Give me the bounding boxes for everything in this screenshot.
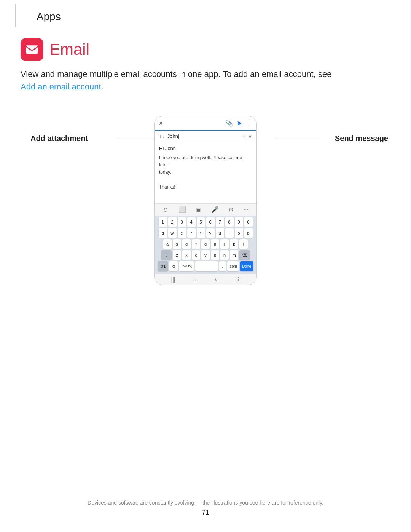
to-field: To John + ∨ — [155, 131, 256, 142]
close-icon[interactable]: × — [159, 120, 162, 127]
key-z[interactable]: z — [173, 250, 181, 260]
keyboard-zxcv-row: ⇧ z x c v b n m ⌫ — [155, 250, 256, 260]
key-x[interactable]: x — [182, 250, 191, 260]
backspace-key[interactable]: ⌫ — [239, 250, 250, 260]
period-key[interactable]: . — [219, 261, 226, 271]
key-d[interactable]: d — [182, 239, 191, 249]
key-k[interactable]: k — [230, 239, 238, 249]
keyboard-number-row: 1 2 3 4 5 6 7 8 9 0 — [155, 217, 256, 227]
app-description: View and manage multiple email accounts … — [21, 68, 390, 93]
microphone-icon[interactable]: 🎤 — [211, 206, 219, 213]
key-2[interactable]: 2 — [168, 217, 177, 227]
app-icon — [21, 38, 43, 61]
settings-icon[interactable]: ⚙ — [228, 206, 234, 213]
key-c[interactable]: c — [192, 250, 200, 260]
at-key[interactable]: @ — [169, 261, 178, 271]
add-recipient-icon[interactable]: + — [242, 133, 246, 140]
app-icon-title-row: Email — [21, 38, 390, 61]
phone-mockup: × 📎 ➤ ⋮ To John + ∨ Hi John I hope you a… — [154, 116, 257, 285]
key-h[interactable]: h — [211, 239, 219, 249]
page-header: Apps — [15, 4, 411, 27]
menu-nav-icon[interactable]: ⠿ — [236, 276, 240, 283]
compose-header-icons: 📎 ➤ ⋮ — [225, 119, 252, 127]
key-v[interactable]: v — [201, 250, 210, 260]
keyboard: 1 2 3 4 5 6 7 8 9 0 q w e r t y u i — [155, 216, 256, 274]
keyboard-bottom-row: !#1 @ EN(US) . .com Done — [155, 261, 256, 271]
key-1[interactable]: 1 — [159, 217, 167, 227]
key-8[interactable]: 8 — [225, 217, 234, 227]
symbols-key[interactable]: !#1 — [158, 261, 168, 271]
email-body: Hi John I hope you are doing well. Pleas… — [155, 142, 256, 203]
diagram-area: Add attachment Send message × 📎 ➤ ⋮ To J… — [0, 108, 411, 352]
shift-key[interactable]: ⇧ — [161, 250, 172, 260]
sticker-icon[interactable]: ⬜ — [178, 206, 186, 213]
email-content: I hope you are doing well. Please call m… — [159, 154, 252, 191]
keyboard-qwerty-row: q w e r t y u i o p — [155, 228, 256, 238]
svg-rect-0 — [26, 45, 38, 54]
compose-header: × 📎 ➤ ⋮ — [155, 116, 256, 131]
key-m[interactable]: m — [230, 250, 238, 260]
send-message-label: Send message — [335, 134, 388, 143]
to-label: To — [159, 134, 164, 139]
send-message-line — [276, 139, 322, 139]
key-y[interactable]: y — [206, 228, 215, 238]
more-icon[interactable]: ⋮ — [246, 120, 252, 127]
done-key[interactable]: Done — [240, 261, 253, 271]
page-title: Apps — [37, 11, 61, 22]
key-n[interactable]: n — [220, 250, 229, 260]
key-3[interactable]: 3 — [178, 217, 186, 227]
footer-note: Devices and software are constantly evol… — [0, 500, 411, 506]
page-footer: Devices and software are constantly evol… — [0, 500, 411, 517]
email-subject: Hi John — [159, 145, 252, 151]
dotcom-key[interactable]: .com — [227, 261, 239, 271]
key-j[interactable]: j — [220, 239, 229, 249]
emoji-icon[interactable]: ☺ — [162, 206, 169, 213]
key-o[interactable]: o — [235, 228, 243, 238]
key-a[interactable]: a — [163, 239, 172, 249]
key-r[interactable]: r — [187, 228, 196, 238]
key-7[interactable]: 7 — [216, 217, 224, 227]
to-value: John — [167, 133, 239, 139]
key-6[interactable]: 6 — [206, 217, 215, 227]
recents-nav-icon[interactable]: ∨ — [214, 276, 218, 283]
key-g[interactable]: g — [201, 239, 210, 249]
key-f[interactable]: f — [192, 239, 200, 249]
key-q[interactable]: q — [159, 228, 167, 238]
clipboard-icon[interactable]: ▣ — [196, 206, 201, 213]
add-attachment-label: Add attachment — [30, 134, 88, 143]
key-w[interactable]: w — [168, 228, 177, 238]
key-5[interactable]: 5 — [197, 217, 205, 227]
footer-page-number: 71 — [0, 509, 411, 517]
key-e[interactable]: e — [178, 228, 186, 238]
to-actions: + ∨ — [242, 133, 252, 140]
app-title: Email — [49, 40, 89, 59]
keyboard-toolbar: ☺ ⬜ ▣ 🎤 ⚙ ··· — [155, 203, 256, 216]
add-email-account-link[interactable]: Add an email account — [21, 82, 101, 91]
key-i[interactable]: i — [225, 228, 234, 238]
key-u[interactable]: u — [216, 228, 224, 238]
key-9[interactable]: 9 — [235, 217, 243, 227]
home-nav-icon[interactable]: ○ — [193, 276, 196, 283]
send-icon[interactable]: ➤ — [237, 119, 242, 127]
nav-bar: ||| ○ ∨ ⠿ — [155, 274, 256, 285]
space-key[interactable] — [195, 261, 218, 271]
back-nav-icon[interactable]: ||| — [171, 276, 175, 283]
key-0[interactable]: 0 — [244, 217, 253, 227]
key-p[interactable]: p — [244, 228, 253, 238]
key-b[interactable]: b — [211, 250, 219, 260]
text-cursor — [178, 134, 179, 139]
key-4[interactable]: 4 — [187, 217, 196, 227]
key-t[interactable]: t — [197, 228, 205, 238]
expand-recipients-icon[interactable]: ∨ — [248, 133, 252, 139]
app-section: Email View and manage multiple email acc… — [0, 27, 411, 93]
keyboard-asdf-row: a s d f g h j k l — [155, 239, 256, 249]
key-l[interactable]: l — [239, 239, 248, 249]
key-s[interactable]: s — [173, 239, 181, 249]
language-key[interactable]: EN(US) — [179, 261, 194, 271]
more-keyboard-icon[interactable]: ··· — [244, 206, 249, 213]
attachment-icon[interactable]: 📎 — [225, 120, 233, 127]
